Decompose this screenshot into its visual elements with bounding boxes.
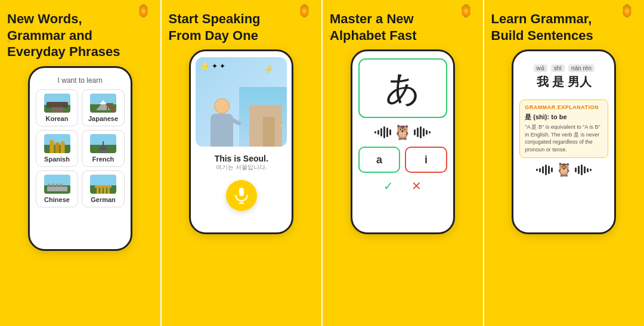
wave2-bar-2 (539, 168, 541, 172)
phone-frame-1: I want to learn Korean (28, 66, 132, 251)
sparkle-deco: ✦ (279, 122, 284, 129)
panel1-title: New Words, Grammar and Everyday Phrases (7, 11, 153, 60)
wave2-bar-8 (578, 166, 580, 174)
panel-speaking: 🏮 ✦ Start Speaking From Day One ⭐ ✦ ✦ ⚡ … (162, 0, 323, 326)
language-grid: Korean Japanese (36, 89, 125, 207)
check-mark: ✓ (383, 179, 394, 193)
phone-frame-2: ⭐ ✦ ✦ ⚡ ✦ This is Seoul. 여기는 서울입니다. (189, 49, 293, 234)
panel-grammar: 🏮 ✦ Learn Grammar, Build Sentences wǒ sh… (484, 0, 645, 326)
bolt-deco: ⚡ (264, 64, 274, 74)
person-body (210, 114, 233, 147)
phone-frame-4: wǒ shì nán rén 我 是 男人 Grammar Explanatio… (512, 49, 616, 234)
hiragana-character: あ (385, 71, 420, 105)
stars-deco: ⭐ ✦ ✦ (200, 62, 225, 70)
spanish-landmark (44, 134, 70, 153)
wave-bar-3 (380, 128, 382, 136)
brandenburg-gate (95, 185, 112, 194)
answer-i-text: i (425, 154, 428, 166)
torii-gate (106, 103, 113, 111)
wave2-bar-9 (581, 164, 583, 175)
grammar-title: Grammar Explanation (525, 104, 603, 110)
wave2-bar-5 (548, 166, 550, 174)
answer-card-i[interactable]: i (405, 147, 447, 173)
speaking-video: ⭐ ✦ ✦ ⚡ ✦ (196, 57, 287, 147)
owl-emoji-2: 🦉 (556, 162, 572, 178)
lang-card-spanish[interactable]: Spanish (36, 130, 79, 167)
panel2-title: Start Speaking From Day One (169, 11, 315, 44)
german-label: German (91, 196, 116, 203)
speak-main-text: This is Seoul. (215, 154, 268, 163)
learn-label: I want to learn (58, 76, 103, 85)
mic-button[interactable] (226, 180, 257, 211)
eiffel-tower (97, 141, 109, 153)
spanish-label: Spanish (44, 156, 70, 163)
pinyin-row: wǒ shì nán rén (524, 64, 603, 72)
person-head (214, 98, 230, 114)
wave2-bar-6 (551, 167, 553, 172)
grammar-main: 是 (shì): to be (525, 113, 603, 122)
owl-emoji: 🦉 (394, 124, 411, 141)
pinyin-0: wǒ (534, 64, 547, 72)
wave-bar-5 (386, 128, 388, 137)
pinyin-1: shì (551, 64, 565, 72)
check-cross-row: ✓ ✕ (383, 179, 422, 193)
pinyin-2: nán rén (568, 64, 595, 72)
wave-bar-4 (383, 126, 385, 138)
chinese-landmark (44, 175, 70, 194)
french-label: French (92, 156, 114, 163)
audio-wave-1: 🦉 (374, 124, 431, 141)
chinese-sentence-block: wǒ shì nán rén 我 是 男人 (519, 60, 608, 95)
answer-card-a[interactable]: a (358, 147, 401, 173)
answer-a-text: a (376, 154, 382, 166)
panel3-title: Master a New Alphabet Fast (330, 11, 476, 44)
chinese-char-2: 男人 (568, 74, 592, 90)
lang-card-german[interactable]: German (82, 170, 125, 207)
wave-bar-7 (414, 129, 416, 135)
wave2-bar-11 (587, 168, 589, 172)
german-landmark (90, 175, 116, 194)
wave-bar-12 (429, 131, 431, 133)
wave2-bar-12 (590, 169, 592, 171)
lang-card-korean[interactable]: Korean (36, 89, 79, 126)
bg-building2 (263, 117, 275, 147)
great-wall (47, 184, 67, 191)
sagrada-familia (49, 140, 64, 153)
wave2-bar-7 (575, 167, 577, 172)
french-landmark (90, 134, 116, 153)
korean-landmark (44, 94, 70, 113)
hiragana-card: あ (358, 58, 447, 118)
answer-cards: a i (358, 147, 447, 173)
chinese-char-1: 是 (552, 74, 564, 90)
wave-bar-10 (423, 128, 425, 136)
chinese-char-0: 我 (537, 74, 549, 90)
grammar-desc: "A 是 B" is equivalent to "A is B" in Eng… (525, 123, 603, 153)
cross-mark: ✕ (411, 179, 422, 193)
wave2-bar-10 (584, 166, 586, 173)
panel-words: 🏮 ✦ New Words, Grammar and Everyday Phra… (0, 0, 162, 326)
japanese-landmark (90, 94, 116, 113)
audio-wave-2: 🦉 (536, 163, 592, 177)
wave2-bar-4 (545, 164, 547, 175)
chinese-row: 我 是 男人 (524, 74, 603, 90)
japanese-label: Japanese (88, 115, 118, 122)
speak-sub-text: 여기는 서울입니다. (215, 163, 268, 172)
wave-bar-2 (377, 130, 379, 135)
lang-card-chinese[interactable]: Chinese (36, 170, 79, 207)
svg-rect-0 (239, 188, 244, 196)
wave-bar-1 (374, 131, 376, 133)
wave2-bar-3 (542, 166, 544, 173)
mic-icon (235, 187, 248, 204)
person-figure (210, 98, 233, 147)
grammar-explanation-box: Grammar Explanation 是 (shì): to be "A 是 … (519, 100, 608, 158)
lang-card-japanese[interactable]: Japanese (82, 89, 125, 126)
korean-body (51, 107, 63, 113)
wave-bar-8 (417, 128, 419, 137)
panel4-title: Learn Grammar, Build Sentences (491, 11, 637, 44)
phone-frame-3: あ 🦉 a i ✓ (351, 49, 455, 234)
lang-card-french[interactable]: French (82, 130, 125, 167)
panel-alphabet: 🏮 ✦ Master a New Alphabet Fast あ 🦉 a (323, 0, 484, 326)
korean-label: Korean (46, 115, 69, 122)
wave-bar-6 (389, 129, 391, 135)
speak-subtitle-block: This is Seoul. 여기는 서울입니다. (215, 154, 268, 172)
wave-bar-9 (420, 126, 422, 138)
